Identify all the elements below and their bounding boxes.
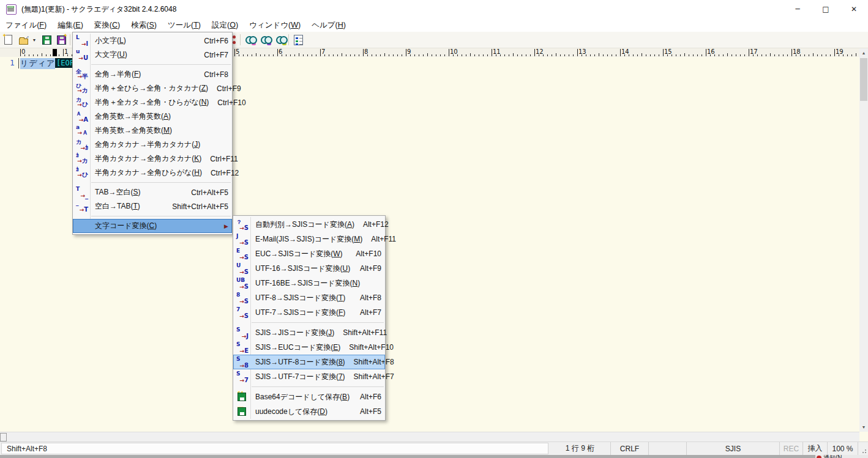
- convert-glyph-icon: L→l: [74, 35, 90, 46]
- notification-error-icon: [817, 456, 821, 458]
- menu-item[interactable]: _→T空白→TAB(T)Shift+Ctrl+Alt+F5: [73, 199, 232, 213]
- replace-icon[interactable]: [274, 33, 287, 46]
- menu-item[interactable]: S→ESJIS→EUCコード変換(E)Shift+Alt+F10: [233, 340, 385, 355]
- menubar-item[interactable]: ツール(T): [162, 19, 206, 32]
- convert-glyph-icon: カ→ｶ: [74, 139, 90, 150]
- outline-analysis-icon[interactable]: [291, 33, 305, 46]
- new-document-icon[interactable]: ✦: [1, 33, 15, 46]
- scroll-up-icon[interactable]: ▲: [859, 48, 868, 57]
- save-all-icon[interactable]: ✦: [54, 33, 68, 46]
- menu-item[interactable]: E→SEUC→SJISコード変換(W)Alt+F10: [233, 246, 385, 261]
- status-empty: [649, 442, 687, 455]
- convert-glyph-icon: 7→S: [234, 307, 250, 319]
- menu-item[interactable]: カ→ｶ全角カタカナ→半角カタカナ(J): [73, 138, 232, 152]
- toolbar-separator: [70, 34, 70, 45]
- menu-item[interactable]: 64Base64デコードして保存(B)Alt+F6: [233, 390, 385, 404]
- convert-glyph-icon: ？→S: [234, 219, 250, 231]
- menubar-item[interactable]: 検索(S): [125, 19, 162, 32]
- status-shortcut: Shift+Alt+F8: [1, 443, 548, 454]
- menu-item[interactable]: 全→半全角→半角(F)Ctrl+F8: [73, 67, 232, 81]
- open-file-icon[interactable]: →: [17, 33, 30, 46]
- convert-glyph-icon: ｶ→カ: [74, 153, 90, 164]
- convert-menu: L→l小文字(L)Ctrl+F6u→U大文字(U)Ctrl+F7全→半全角→半角…: [72, 32, 233, 235]
- convert-glyph-icon: S→8: [234, 356, 250, 368]
- horizontal-scrollbar[interactable]: [0, 432, 859, 441]
- menu-item[interactable]: UB→SUTF-16BE→SJISコード変換(N): [233, 276, 385, 290]
- floppy-save-icon: 64: [234, 391, 250, 403]
- menu-item[interactable]: ｶ→ひ半角カタカナ→全角ひらがな(H)Ctrl+F12: [73, 166, 232, 180]
- horizontal-scrollbar-box[interactable]: [0, 433, 7, 441]
- resize-grip[interactable]: [858, 442, 868, 455]
- menu-item[interactable]: 文字コード変換(C)▶: [73, 219, 232, 233]
- notification-sliver: 通知(N: [815, 455, 868, 458]
- menu-item[interactable]: 8→SUTF-8→SJISコード変換(T)Alt+F8: [233, 290, 385, 305]
- selected-text: リディア: [20, 58, 55, 69]
- menu-item[interactable]: S→7SJIS→UTF-7コード変換(7)Shift+Alt+F7: [233, 369, 385, 384]
- menu-separator: [91, 64, 231, 65]
- menu-item[interactable]: S→JSJIS→JISコード変換(J)Shift+Alt+F11: [233, 325, 385, 340]
- convert-glyph-icon: U→S: [234, 263, 250, 275]
- close-button[interactable]: ✕: [840, 0, 868, 18]
- menu-bar: ファイル(F)編集(E)変換(C)検索(S)ツール(T)設定(O)ウィンドウ(W…: [0, 18, 868, 32]
- minimize-button[interactable]: ─: [784, 0, 812, 18]
- convert-glyph-icon: S→J: [234, 327, 250, 339]
- search-next-icon[interactable]: [258, 33, 272, 46]
- convert-glyph-icon: T→_: [74, 187, 90, 198]
- notification-text: 通知(N: [823, 455, 842, 458]
- convert-glyph-icon: S→7: [234, 371, 250, 383]
- convert-glyph-icon: ひ→カ: [74, 83, 90, 94]
- menubar-item[interactable]: ヘルプ(H): [306, 19, 351, 32]
- submenu-arrow-icon: ▶: [224, 223, 228, 229]
- convert-glyph-icon: E→S: [234, 248, 250, 260]
- menu-item[interactable]: Ａ→A全角英数→半角英数(A): [73, 109, 232, 124]
- convert-glyph-icon: a→Ａ: [74, 125, 90, 136]
- status-encoding[interactable]: SJIS: [687, 442, 780, 455]
- menubar-item[interactable]: ファイル(F): [0, 19, 52, 32]
- ruler-corner: [0, 48, 19, 57]
- status-insert-mode[interactable]: 挿入: [803, 442, 828, 455]
- convert-glyph-icon: 8→S: [234, 292, 250, 304]
- menu-separator: [252, 386, 384, 387]
- menu-separator: [91, 182, 231, 183]
- search-icon[interactable]: [243, 33, 256, 46]
- vertical-scrollbar[interactable]: ▲ ▼: [859, 48, 868, 432]
- convert-glyph-icon: カ→ひ: [74, 97, 90, 108]
- menu-item[interactable]: u→U大文字(U)Ctrl+F7: [73, 48, 232, 62]
- status-eol-type[interactable]: CRLF: [611, 442, 649, 455]
- convert-glyph-icon: u→U: [74, 49, 90, 61]
- menu-item[interactable]: uuuudecodeして保存(D)Alt+F5: [233, 404, 385, 419]
- scroll-down-icon[interactable]: ▼: [859, 423, 868, 432]
- menu-item[interactable]: 7→SUTF-7→SJISコード変換(F)Alt+F7: [233, 305, 385, 320]
- menu-item[interactable]: S→8SJIS→UTF-8コード変換(8)Shift+Alt+F8: [233, 355, 385, 369]
- menubar-item[interactable]: 変換(C): [89, 19, 125, 32]
- open-dropdown-icon[interactable]: ▼: [31, 33, 38, 46]
- convert-glyph-icon: UB→S: [234, 278, 250, 289]
- menu-item[interactable]: カ→ひ半角＋全カタ→全角・ひらがな(N)Ctrl+F10: [73, 95, 232, 109]
- toolbar-separator: [240, 34, 241, 45]
- window-controls: ─ □ ✕: [784, 0, 868, 18]
- maximize-button[interactable]: □: [812, 0, 840, 18]
- menubar-item[interactable]: 編集(E): [52, 19, 89, 32]
- title-bar: (無題)1(更新) - サクラエディタ32bit 2.4.2.6048 ─ □ …: [0, 0, 868, 18]
- menu-item[interactable]: a→Ａ半角英数→全角英数(M): [73, 124, 232, 138]
- menu-item[interactable]: J→SE-Mail(JIS→SJIS)コード変換(M)Alt+F11: [233, 232, 385, 246]
- menu-item[interactable]: ｶ→カ半角カタカナ→全角カタカナ(K)Ctrl+F11: [73, 152, 232, 166]
- status-rec: REC: [780, 442, 803, 455]
- menu-item[interactable]: U→SUTF-16→SJISコード変換(U)Alt+F9: [233, 261, 385, 276]
- menu-item[interactable]: T→_TAB→空白(S)Ctrl+Alt+F5: [73, 185, 232, 199]
- sakura-editor-window: (無題)1(更新) - サクラエディタ32bit 2.4.2.6048 ─ □ …: [0, 0, 868, 458]
- vertical-scrollbar-thumb[interactable]: [860, 58, 867, 101]
- app-icon: [6, 4, 17, 15]
- menu-item[interactable]: ひ→カ半角＋全ひら→全角・カタカナ(Z)Ctrl+F9: [73, 81, 232, 95]
- status-zoom[interactable]: 100 %: [828, 442, 858, 455]
- save-icon[interactable]: [40, 33, 53, 46]
- menubar-item[interactable]: 設定(O): [206, 19, 244, 32]
- menubar-item[interactable]: ウィンドウ(W): [244, 19, 306, 32]
- convert-glyph-icon: _→T: [74, 201, 90, 212]
- convert-glyph-icon: ｶ→ひ: [74, 167, 90, 179]
- charcode-convert-submenu: ？→S自動判別→SJISコード変換(A)Alt+F12J→SE-Mail(JIS…: [233, 215, 386, 421]
- menu-item[interactable]: L→l小文字(L)Ctrl+F6: [73, 34, 232, 48]
- menu-item[interactable]: ？→S自動判別→SJISコード変換(A)Alt+F12: [233, 217, 385, 232]
- gutter-separator: [18, 58, 19, 68]
- ruler-caret-marker: [53, 49, 57, 56]
